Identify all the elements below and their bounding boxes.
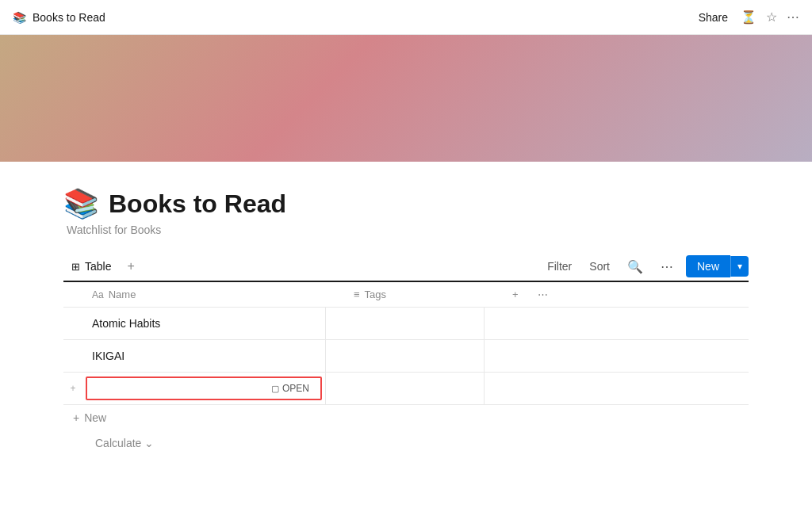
add-col-icon: +: [512, 289, 519, 300]
row-extra-cell: [484, 373, 749, 404]
titlebar-actions: ⏳ ☆ ⋯: [741, 10, 799, 25]
table-row-active: + ▢ OPEN: [63, 373, 749, 405]
titlebar-title: Books to Read: [33, 11, 105, 24]
add-row-button[interactable]: + New: [63, 405, 749, 430]
name-col-label: Name: [109, 289, 136, 300]
new-dropdown-arrow[interactable]: ▾: [730, 256, 749, 277]
table-icon: ⊞: [71, 261, 80, 273]
history-icon[interactable]: ⏳: [741, 10, 756, 25]
row-name-cell[interactable]: IKIGAI: [82, 343, 325, 369]
table: Aa Name ≡ Tags + ⋯ + Atomic Habits +: [63, 282, 749, 456]
row-tags-cell[interactable]: [325, 308, 484, 339]
view-tabs: ⊞ Table +: [63, 255, 140, 277]
titlebar: 📚 Books to Read Share ⏳ ☆ ⋯: [0, 0, 812, 35]
row-extra-cell: [484, 308, 749, 339]
tags-col-icon: ≡: [354, 289, 360, 300]
calculate-arrow-icon: ⌄: [144, 437, 154, 449]
sort-button[interactable]: Sort: [584, 257, 615, 276]
page-header: 📚 Books to Read Watchlist for Books: [63, 187, 749, 236]
row-name-value: Atomic Habits: [92, 317, 160, 330]
column-header-name: Aa Name: [82, 282, 344, 307]
column-more-button[interactable]: ⋯: [528, 282, 557, 307]
open-label: OPEN: [282, 383, 309, 394]
row-extra-cell: [484, 340, 749, 372]
view-toolbar: ⊞ Table + Filter Sort 🔍 ⋯ New ▾: [63, 255, 749, 282]
add-row-icon: +: [73, 411, 79, 424]
toolbar-right: Filter Sort 🔍 ⋯ New ▾: [542, 255, 749, 277]
new-button[interactable]: New: [686, 255, 730, 277]
row-tags-cell[interactable]: [325, 373, 484, 404]
row-name-cell-active[interactable]: ▢ OPEN: [82, 373, 325, 403]
calculate-label: Calculate: [95, 437, 141, 449]
tab-table[interactable]: ⊞ Table: [63, 255, 119, 277]
titlebar-right: Share ⏳ ☆ ⋯: [699, 10, 799, 25]
filter-button[interactable]: Filter: [542, 257, 576, 276]
open-button[interactable]: ▢ OPEN: [266, 381, 314, 396]
new-button-container: New ▾: [686, 255, 749, 277]
page-emoji: 📚: [63, 187, 99, 220]
tags-col-label: Tags: [365, 289, 386, 300]
row-name-value: IKIGAI: [92, 350, 124, 362]
toolbar-more-button[interactable]: ⋯: [656, 256, 678, 277]
page-subtitle: Watchlist for Books: [67, 224, 749, 236]
page-content: 📚 Books to Read Watchlist for Books ⊞ Ta…: [0, 162, 812, 456]
star-icon[interactable]: ☆: [766, 10, 777, 25]
calculate-button[interactable]: Calculate ⌄: [63, 430, 749, 456]
table-row: + IKIGAI: [63, 340, 749, 373]
search-button[interactable]: 🔍: [622, 256, 648, 277]
titlebar-page-icon: 📚: [13, 11, 26, 24]
row-add-icon[interactable]: +: [63, 383, 82, 394]
column-add-button[interactable]: +: [503, 282, 528, 307]
add-row-label: New: [84, 411, 106, 424]
titlebar-left: 📚 Books to Read: [13, 11, 105, 24]
add-view-button[interactable]: +: [122, 256, 139, 277]
row-name-cell[interactable]: Atomic Habits: [82, 311, 325, 336]
table-row: + Atomic Habits: [63, 308, 749, 340]
more-options-icon[interactable]: ⋯: [787, 10, 799, 25]
open-icon: ▢: [271, 384, 279, 394]
page-title-row: 📚 Books to Read: [63, 187, 749, 220]
row-name-input-area[interactable]: ▢ OPEN: [86, 376, 322, 400]
column-header-tags: ≡ Tags: [344, 282, 503, 307]
share-button[interactable]: Share: [699, 11, 728, 24]
tab-table-label: Table: [85, 260, 111, 273]
name-col-icon: Aa: [92, 289, 104, 300]
page-title: Books to Read: [109, 189, 286, 219]
row-tags-cell[interactable]: [325, 340, 484, 372]
table-header: Aa Name ≡ Tags + ⋯: [63, 282, 749, 308]
cover-banner: [0, 35, 812, 162]
